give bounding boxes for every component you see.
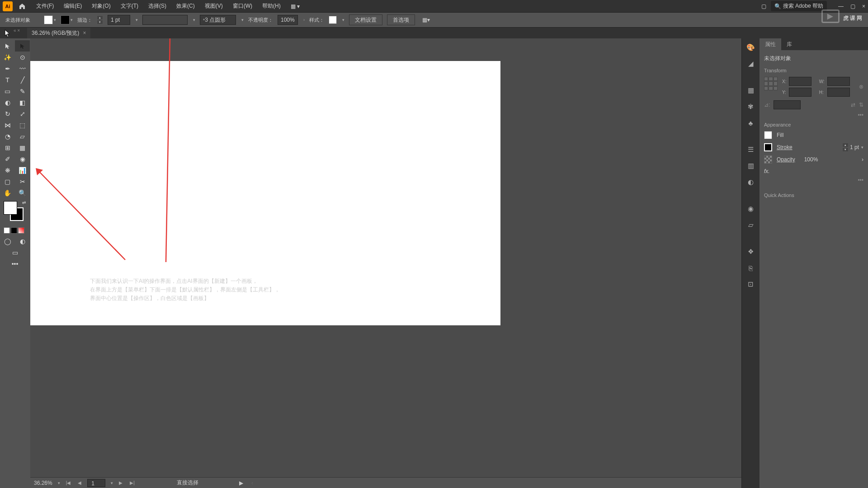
menu-help[interactable]: 帮助(H)	[258, 0, 285, 12]
opacity-link[interactable]: Opacity	[777, 156, 795, 163]
curvature-tool[interactable]: 〰	[15, 63, 30, 74]
color-mode-swatch[interactable]	[4, 227, 10, 234]
home-icon[interactable]	[17, 1, 27, 11]
y-input[interactable]	[789, 88, 811, 97]
minimize-icon[interactable]: —	[838, 3, 844, 9]
stroke-color-swatch[interactable]	[764, 143, 772, 151]
type-tool[interactable]: T	[0, 74, 15, 85]
opacity-swatch[interactable]	[764, 155, 772, 164]
screen-mode[interactable]: ▭	[0, 247, 30, 258]
foreground-color[interactable]	[4, 201, 17, 215]
workspace-icon[interactable]: ▢	[761, 3, 766, 9]
brush-dropdown[interactable]: • 3 点圆形	[200, 15, 236, 25]
perspective-tool[interactable]: ▱	[15, 131, 30, 142]
search-input[interactable]: 🔍 搜索 Adobe 帮助	[771, 1, 827, 11]
symbols-panel-icon[interactable]: ♣	[745, 117, 757, 129]
preferences-button[interactable]: 首选项	[387, 14, 415, 25]
stroke-weight-input[interactable]: 1 pt	[108, 15, 130, 25]
zoom-tool[interactable]: 🔍	[15, 187, 30, 198]
edit-toolbar-icon[interactable]: •••	[0, 258, 30, 269]
close-icon[interactable]: ×	[862, 3, 865, 9]
line-tool[interactable]: ╱	[15, 74, 30, 85]
chevron-down-icon[interactable]: ▾	[54, 18, 56, 22]
chevron-down-icon[interactable]: ▾	[58, 481, 60, 485]
h-input[interactable]	[827, 88, 850, 97]
tab-properties[interactable]: 属性	[760, 38, 781, 50]
next-artboard-icon[interactable]: ▶	[118, 480, 124, 485]
arrange-docs-icon[interactable]: ▦ ▾	[286, 1, 304, 11]
asset-export-icon[interactable]: ⎘	[745, 262, 757, 274]
prev-artboard-icon[interactable]: ◀	[76, 480, 83, 485]
w-input[interactable]	[827, 77, 850, 86]
reference-point-selector[interactable]	[764, 77, 778, 90]
panel-more-icon[interactable]: •••	[764, 177, 863, 183]
zoom-level[interactable]: 36.26%	[34, 480, 52, 486]
lasso-tool[interactable]: ⊙	[15, 52, 30, 63]
tab-close-icon[interactable]: ×	[83, 30, 86, 36]
magic-wand-tool[interactable]: ✨	[0, 52, 15, 63]
selection-tool[interactable]	[0, 40, 15, 52]
tab-libraries[interactable]: 库	[781, 38, 797, 50]
layers-panel-icon[interactable]: ❖	[745, 245, 757, 258]
draw-mode-normal[interactable]: ◯	[0, 235, 15, 247]
document-tab[interactable]: 36.26% (RGB/预览) ×	[27, 28, 90, 39]
hand-tool[interactable]: ✋	[0, 187, 15, 198]
eraser-tool[interactable]: ◧	[15, 97, 30, 108]
flip-h-icon[interactable]: ⇄	[851, 102, 855, 108]
menu-window[interactable]: 窗口(W)	[228, 0, 257, 12]
gradient-panel-icon[interactable]: ▥	[745, 160, 757, 172]
slice-tool[interactable]: ✂	[15, 176, 30, 187]
graph-tool[interactable]: 📊	[15, 164, 30, 176]
width-tool[interactable]: ⋈	[0, 119, 15, 131]
maximize-icon[interactable]: ▢	[850, 3, 855, 9]
menu-file[interactable]: 文件(F)	[32, 0, 58, 12]
stroke-stepper[interactable]: ▴▾	[842, 143, 849, 152]
color-guide-icon[interactable]: ◢	[745, 57, 757, 70]
menu-effect[interactable]: 效果(C)	[172, 0, 199, 12]
stroke-panel-icon[interactable]: ☰	[745, 143, 757, 156]
chevron-down-icon[interactable]: ▾	[193, 18, 195, 22]
swatches-panel-icon[interactable]: ▦	[745, 84, 757, 97]
gradient-mode-swatch[interactable]	[11, 227, 17, 234]
brushes-panel-icon[interactable]: ✾	[745, 100, 757, 113]
shaper-tool[interactable]: ◐	[0, 97, 15, 108]
chevron-down-icon[interactable]: ▾	[241, 18, 244, 22]
chevron-down-icon[interactable]: ▾	[111, 481, 113, 485]
artboard-number-input[interactable]: 1	[87, 479, 105, 487]
artboard-tool[interactable]: ▢	[0, 176, 15, 187]
direct-selection-tool[interactable]	[15, 40, 30, 52]
varwidth-dropdown[interactable]	[142, 15, 188, 25]
mesh-tool[interactable]: ⊞	[0, 142, 15, 153]
scale-tool[interactable]: ⤢	[15, 108, 30, 119]
appearance-panel-icon[interactable]: ◉	[745, 202, 757, 215]
gradient-tool[interactable]: ▦	[15, 142, 30, 153]
blend-tool[interactable]: ◉	[15, 153, 30, 164]
x-input[interactable]	[789, 77, 811, 86]
color-picker[interactable]: ⇄	[0, 198, 30, 225]
opacity-input[interactable]: 100%	[278, 15, 298, 25]
menu-select[interactable]: 选择(S)	[144, 0, 171, 12]
chevron-down-icon[interactable]: ▾	[342, 18, 344, 22]
fx-button[interactable]: fx.	[764, 168, 863, 174]
none-mode-swatch[interactable]	[18, 227, 24, 234]
chevron-down-icon[interactable]: ▾	[71, 18, 73, 22]
transparency-panel-icon[interactable]: ◐	[745, 176, 757, 188]
rotate-tool[interactable]: ↻	[0, 108, 15, 119]
graphic-styles-icon[interactable]: ▱	[745, 219, 757, 231]
artboards-panel-icon[interactable]: ⊡	[745, 278, 757, 291]
rectangle-tool[interactable]: ▭	[0, 85, 15, 97]
fill-swatch[interactable]	[44, 15, 53, 24]
symbol-sprayer-tool[interactable]: ❋	[0, 164, 15, 176]
eyedropper-tool[interactable]: ✐	[0, 153, 15, 164]
stroke-link[interactable]: Stroke	[777, 144, 793, 150]
link-wh-icon[interactable]: ⊗	[859, 84, 863, 90]
play-icon[interactable]: ▶	[239, 480, 243, 486]
stroke-swatch[interactable]	[61, 15, 70, 24]
flip-v-icon[interactable]: ⇅	[859, 102, 863, 108]
doc-setup-button[interactable]: 文档设置	[349, 14, 382, 25]
align-icon[interactable]: ▦▾	[422, 17, 430, 23]
menu-view[interactable]: 视图(V)	[200, 0, 227, 12]
chevron-down-icon[interactable]: ▾	[136, 18, 138, 22]
color-panel-icon[interactable]: 🎨	[745, 41, 757, 54]
chevron-right-icon[interactable]: ›	[862, 156, 863, 163]
